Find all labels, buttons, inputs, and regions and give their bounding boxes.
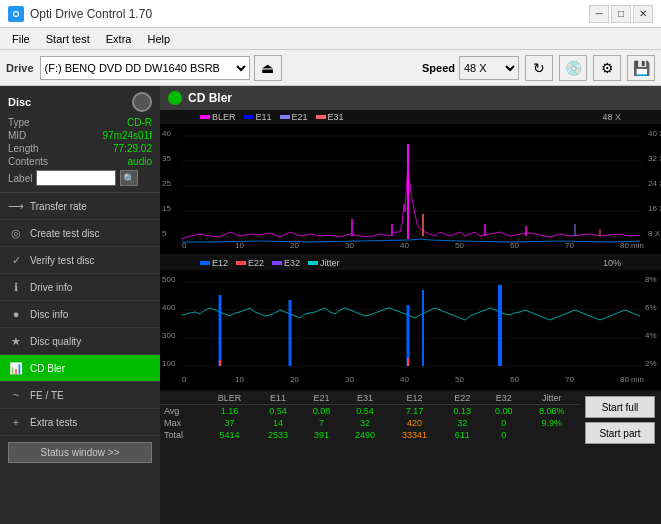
avg-e22: 0.13 — [441, 405, 483, 418]
svg-text:24 X: 24 X — [648, 179, 661, 188]
chart-bottom: 500 400 300 100 8% 6% 4% 2% 0 10 20 30 4… — [160, 270, 661, 390]
avg-bler: 1.16 — [204, 405, 255, 418]
refresh-button[interactable]: ↻ — [525, 55, 553, 81]
nav-transfer-rate[interactable]: ⟶ Transfer rate — [0, 193, 160, 220]
close-button[interactable]: ✕ — [633, 5, 653, 23]
total-label: Total — [160, 429, 204, 441]
main-area: Disc Type CD-R MID 97m24s01f Length 77:2… — [0, 86, 661, 524]
max-jitter: 9.9% — [524, 417, 579, 429]
menu-help[interactable]: Help — [139, 31, 178, 47]
avg-jitter: 8.06% — [524, 405, 579, 418]
svg-text:25: 25 — [162, 179, 171, 188]
drive-selector[interactable]: (F:) BENQ DVD DD DW1640 BSRB — [40, 56, 250, 80]
speed-selector[interactable]: 48 X — [459, 56, 519, 80]
menu-file[interactable]: File — [4, 31, 38, 47]
total-jitter — [524, 429, 579, 441]
chart-header-icon — [168, 91, 182, 105]
total-e22: 611 — [441, 429, 483, 441]
svg-text:35: 35 — [162, 154, 171, 163]
avg-e31: 0.54 — [342, 405, 388, 418]
stats-row-total: Total 5414 2533 391 2490 33341 611 0 — [160, 429, 579, 441]
legend-top: BLER E11 E21 E31 48 X — [160, 110, 661, 124]
create-disc-icon: ◎ — [8, 225, 24, 241]
stats-table: BLER E11 E21 E31 E12 E22 E32 Jitter Avg — [160, 392, 579, 441]
th-e32: E32 — [483, 392, 525, 405]
svg-text:80 min: 80 min — [620, 241, 644, 250]
svg-text:70: 70 — [565, 375, 574, 384]
th-empty — [160, 392, 204, 405]
stats-row-avg: Avg 1.16 0.54 0.08 0.54 7.17 0.13 0.00 8… — [160, 405, 579, 418]
minimize-button[interactable]: ─ — [589, 5, 609, 23]
avg-e32: 0.00 — [483, 405, 525, 418]
svg-text:32 X: 32 X — [648, 154, 661, 163]
start-part-button[interactable]: Start part — [585, 422, 655, 444]
nav-drive-info[interactable]: ℹ Drive info — [0, 274, 160, 301]
toolbar: Drive (F:) BENQ DVD DD DW1640 BSRB ⏏ Spe… — [0, 50, 661, 86]
max-e21: 7 — [301, 417, 343, 429]
legend-e32: E32 — [284, 258, 300, 268]
svg-text:20: 20 — [290, 241, 299, 250]
max-e22: 32 — [441, 417, 483, 429]
svg-text:8%: 8% — [645, 275, 657, 284]
start-full-button[interactable]: Start full — [585, 396, 655, 418]
app-icon: O — [8, 6, 24, 22]
save-button[interactable]: 💾 — [627, 55, 655, 81]
max-e32: 0 — [483, 417, 525, 429]
maximize-button[interactable]: □ — [611, 5, 631, 23]
total-bler: 5414 — [204, 429, 255, 441]
nav-create-test-disc[interactable]: ◎ Create test disc — [0, 220, 160, 247]
max-e31: 32 — [342, 417, 388, 429]
drive-select-area: (F:) BENQ DVD DD DW1640 BSRB ⏏ — [40, 55, 416, 81]
legend-e31: E31 — [328, 112, 344, 122]
svg-text:400: 400 — [162, 303, 176, 312]
disc-info-icon: ● — [8, 306, 24, 322]
svg-text:6%: 6% — [645, 303, 657, 312]
legend-bler: BLER — [212, 112, 236, 122]
legend-e22: E22 — [248, 258, 264, 268]
disc-icon — [132, 92, 152, 112]
svg-text:40: 40 — [162, 129, 171, 138]
length-value: 77:29.02 — [113, 143, 152, 154]
svg-text:5: 5 — [162, 229, 167, 238]
status-window-button[interactable]: Status window >> — [8, 442, 152, 463]
stats-row-max: Max 37 14 7 32 420 32 0 9.9% — [160, 417, 579, 429]
contents-value: audio — [128, 156, 152, 167]
eject-button[interactable]: ⏏ — [254, 55, 282, 81]
menu-start-test[interactable]: Start test — [38, 31, 98, 47]
nav-cd-bler[interactable]: 📊 CD Bler — [0, 355, 160, 382]
chart-title: CD Bler — [188, 91, 232, 105]
nav-verify-test-disc[interactable]: ✓ Verify test disc — [0, 247, 160, 274]
speed-section: Speed 48 X — [422, 56, 519, 80]
label-input[interactable] — [36, 170, 116, 186]
disc-panel: Disc Type CD-R MID 97m24s01f Length 77:2… — [0, 86, 160, 193]
disc-button[interactable]: 💿 — [559, 55, 587, 81]
fe-te-icon: ~ — [8, 387, 24, 403]
th-jitter: Jitter — [524, 392, 579, 405]
sidebar: Disc Type CD-R MID 97m24s01f Length 77:2… — [0, 86, 160, 524]
titlebar-left: O Opti Drive Control 1.70 — [8, 6, 152, 22]
total-e11: 2533 — [255, 429, 301, 441]
settings-button[interactable]: ⚙ — [593, 55, 621, 81]
menu-extra[interactable]: Extra — [98, 31, 140, 47]
total-e31: 2490 — [342, 429, 388, 441]
drive-label: Drive — [6, 62, 34, 74]
y2-percent-label: 10% — [603, 258, 621, 268]
avg-e21: 0.08 — [301, 405, 343, 418]
nav-disc-quality[interactable]: ★ Disc quality — [0, 328, 160, 355]
speed-label: Speed — [422, 62, 455, 74]
nav-disc-info[interactable]: ● Disc info — [0, 301, 160, 328]
nav-cd-bler-label: CD Bler — [30, 363, 65, 374]
label-search-button[interactable]: 🔍 — [120, 170, 138, 186]
drive-info-icon: ℹ — [8, 279, 24, 295]
th-e11: E11 — [255, 392, 301, 405]
disc-quality-icon: ★ — [8, 333, 24, 349]
nav-extra-tests-label: Extra tests — [30, 417, 77, 428]
th-e12: E12 — [388, 392, 442, 405]
nav-extra-tests[interactable]: + Extra tests — [0, 409, 160, 436]
svg-text:10: 10 — [235, 241, 244, 250]
svg-text:2%: 2% — [645, 359, 657, 368]
window-controls: ─ □ ✕ — [589, 5, 653, 23]
nav-fe-te[interactable]: ~ FE / TE — [0, 382, 160, 409]
avg-e12: 7.17 — [388, 405, 442, 418]
max-e11: 14 — [255, 417, 301, 429]
